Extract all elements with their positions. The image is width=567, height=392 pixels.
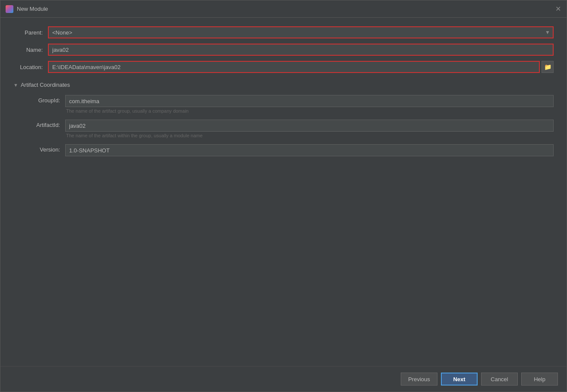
parent-select-wrapper: <None> ▼ — [48, 26, 554, 38]
artifactid-field-wrapper: The name of the artifact within the grou… — [65, 120, 554, 142]
location-row: Location: 📁 — [13, 61, 554, 73]
cancel-button[interactable]: Cancel — [481, 373, 518, 386]
version-label: Version: — [22, 144, 65, 153]
artifactid-hint: The name of the artifact within the grou… — [65, 133, 554, 138]
next-label: Next — [453, 376, 465, 383]
previous-button[interactable]: Previous — [401, 373, 437, 386]
groupid-row: GroupId: The name of the artifact group,… — [22, 95, 554, 118]
dialog-content: Parent: <None> ▼ Name: Location: 📁 — [0, 18, 567, 366]
artifact-section-title: Artifact Coordinates — [21, 82, 70, 88]
app-icon — [6, 5, 13, 13]
parent-dropdown[interactable]: <None> — [48, 26, 554, 38]
help-label: Help — [534, 376, 545, 383]
cancel-label: Cancel — [491, 376, 508, 383]
next-button[interactable]: Next — [441, 373, 478, 386]
groupid-hint: The name of the artifact group, usually … — [65, 108, 554, 114]
location-input[interactable] — [48, 61, 540, 73]
previous-label: Previous — [408, 376, 430, 383]
name-input[interactable] — [48, 44, 554, 56]
new-module-dialog: New Module ✕ Parent: <None> ▼ Name: Loca… — [0, 0, 567, 392]
dialog-title: New Module — [17, 6, 551, 12]
artifact-form: GroupId: The name of the artifact group,… — [13, 95, 554, 158]
browse-button[interactable]: 📁 — [542, 61, 554, 73]
version-input[interactable] — [65, 144, 554, 156]
artifact-section-header[interactable]: ▼ Artifact Coordinates — [13, 82, 554, 88]
name-input-wrapper — [48, 44, 554, 56]
artifactid-row: ArtifactId: The name of the artifact wit… — [22, 120, 554, 142]
artifactid-label: ArtifactId: — [22, 120, 65, 128]
location-label: Location: — [13, 64, 48, 70]
close-button[interactable]: ✕ — [554, 6, 561, 13]
version-row: Version: — [22, 144, 554, 158]
artifactid-input[interactable] — [65, 120, 554, 132]
version-field-wrapper — [65, 144, 554, 158]
help-button[interactable]: Help — [521, 373, 558, 386]
name-row: Name: — [13, 44, 554, 56]
title-bar: New Module ✕ — [0, 0, 567, 18]
location-wrapper: 📁 — [48, 61, 554, 73]
collapse-icon: ▼ — [13, 82, 18, 88]
dialog-footer: Previous Next Cancel Help — [0, 366, 567, 392]
parent-row: Parent: <None> ▼ — [13, 26, 554, 38]
name-label: Name: — [13, 47, 48, 53]
groupid-field-wrapper: The name of the artifact group, usually … — [65, 95, 554, 118]
groupid-label: GroupId: — [22, 95, 65, 104]
parent-label: Parent: — [13, 29, 48, 36]
groupid-input[interactable] — [65, 95, 554, 107]
